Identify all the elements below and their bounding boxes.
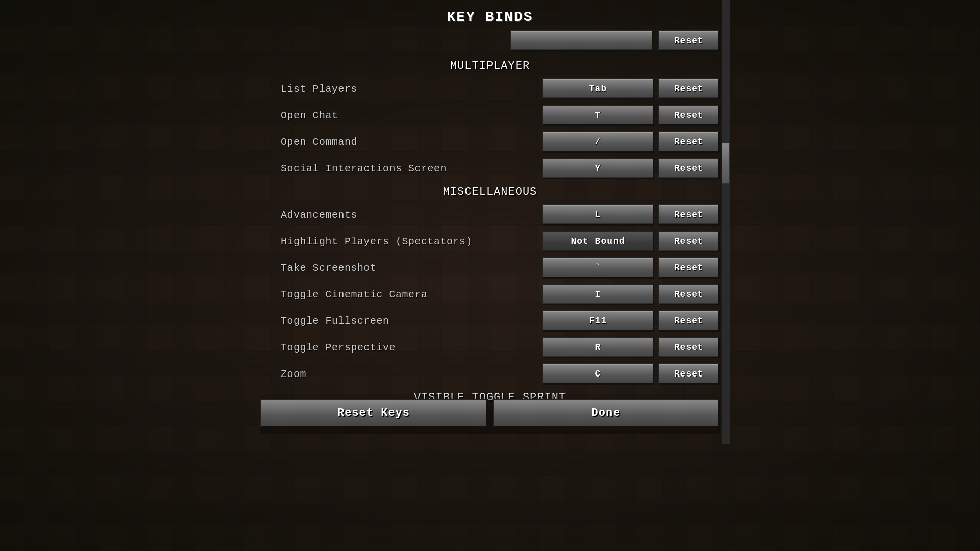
reset-button-toggle-perspective[interactable]: Reset (658, 337, 720, 358)
keybind-row-list-players: List PlayersTabReset (260, 76, 720, 102)
reset-button-highlight-players[interactable]: Reset (658, 231, 720, 252)
reset-button-take-screenshot[interactable]: Reset (658, 257, 720, 279)
reset-button-social-interactions[interactable]: Reset (658, 158, 720, 179)
keybind-label-toggle-cinematic: Toggle Cinematic Camera (260, 289, 542, 300)
key-button-toggle-fullscreen[interactable]: F11 (542, 310, 654, 332)
keybind-row-social-interactions: Social Interactions ScreenYReset (260, 155, 720, 182)
keybind-row-open-chat: Open ChatTReset (260, 102, 720, 129)
key-button-zoom[interactable]: C (542, 363, 654, 385)
keybind-label-advancements: Advancements (260, 209, 542, 221)
keybind-row-toggle-cinematic: Toggle Cinematic CameraIReset (260, 281, 720, 308)
top-partial-reset-btn[interactable]: Reset (658, 30, 720, 52)
keybind-row-toggle-perspective: Toggle PerspectiveRReset (260, 334, 720, 361)
key-button-open-command[interactable]: / (542, 131, 654, 153)
reset-button-list-players[interactable]: Reset (658, 78, 720, 99)
done-button[interactable]: Done (493, 399, 720, 428)
key-button-open-chat[interactable]: T (542, 105, 654, 126)
keybind-label-list-players: List Players (260, 83, 542, 95)
keybind-label-toggle-perspective: Toggle Perspective (260, 342, 542, 354)
reset-keys-button[interactable]: Reset Keys (260, 399, 487, 428)
reset-button-advancements[interactable]: Reset (658, 204, 720, 226)
keybind-row-take-screenshot: Take Screenshot`Reset (260, 255, 720, 281)
section-header-multiplayer: Multiplayer (260, 60, 720, 72)
reset-button-open-command[interactable]: Reset (658, 131, 720, 153)
keybind-label-social-interactions: Social Interactions Screen (260, 163, 542, 174)
key-button-toggle-cinematic[interactable]: I (542, 284, 654, 305)
keybind-label-highlight-players: Highlight Players (Spectators) (260, 236, 542, 247)
keybind-label-open-command: Open Command (260, 136, 542, 148)
keybind-row-toggle-fullscreen: Toggle FullscreenF11Reset (260, 308, 720, 334)
section-header-miscellaneous: Miscellaneous (260, 186, 720, 198)
key-button-highlight-players[interactable]: Not Bound (542, 231, 654, 252)
keybind-label-toggle-fullscreen: Toggle Fullscreen (260, 315, 542, 327)
page-title: Key Binds (447, 9, 533, 25)
keybind-row-zoom: ZoomCReset (260, 361, 720, 387)
key-button-list-players[interactable]: Tab (542, 78, 654, 99)
key-button-social-interactions[interactable]: Y (542, 158, 654, 179)
keybind-label-take-screenshot: Take Screenshot (260, 262, 542, 274)
reset-button-toggle-fullscreen[interactable]: Reset (658, 310, 720, 332)
keybind-row-advancements: AdvancementsLReset (260, 202, 720, 228)
keybind-label-zoom: Zoom (260, 368, 542, 380)
keybind-label-open-chat: Open Chat (260, 110, 542, 121)
keybind-row-open-command: Open Command/Reset (260, 129, 720, 155)
scrollbar-thumb[interactable] (722, 143, 730, 184)
key-button-advancements[interactable]: L (542, 204, 654, 226)
top-partial-key-btn[interactable] (510, 30, 653, 52)
reset-button-zoom[interactable]: Reset (658, 363, 720, 385)
scrollbar (722, 0, 730, 444)
key-button-toggle-perspective[interactable]: R (542, 337, 654, 358)
reset-button-toggle-cinematic[interactable]: Reset (658, 284, 720, 305)
reset-button-open-chat[interactable]: Reset (658, 105, 720, 126)
key-button-take-screenshot[interactable]: ` (542, 257, 654, 279)
keybind-row-highlight-players: Highlight Players (Spectators)Not BoundR… (260, 228, 720, 255)
